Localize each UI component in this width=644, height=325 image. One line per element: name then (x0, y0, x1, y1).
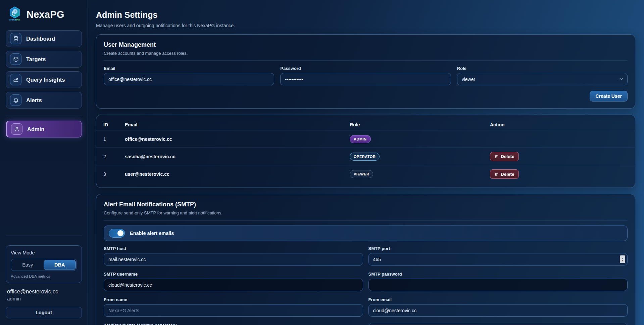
smtp-username-label: SMTP username (104, 272, 363, 277)
sidebar-item-label: Alerts (26, 97, 42, 104)
trash-icon (494, 154, 498, 159)
chevron-down-icon (619, 77, 624, 81)
user-management-card: User Management Create accounts and mana… (96, 34, 635, 109)
user-id: 1 (103, 136, 125, 142)
smtp-password-label: SMTP password (368, 272, 628, 277)
col-id: ID (103, 122, 125, 127)
smtp-card: Alert Email Notifications (SMTP) Configu… (96, 194, 635, 325)
role-badge: OPERATOR (350, 153, 380, 161)
sidebar-divider (6, 116, 82, 116)
table-row: 3 user@nesterovic.cc VIEWER Delete (96, 165, 635, 183)
password-field[interactable] (280, 73, 451, 85)
smtp-title: Alert Email Notifications (SMTP) (104, 201, 628, 208)
sidebar-item-query-insights[interactable]: Query Insights (6, 71, 82, 88)
view-mode-easy-button[interactable]: Easy (12, 260, 44, 270)
from-email-label: From email (368, 297, 628, 302)
smtp-password-field[interactable] (368, 279, 628, 291)
smtp-username-field[interactable] (104, 279, 363, 291)
smtp-host-field[interactable] (104, 253, 363, 266)
sidebar-item-label: Dashboard (26, 36, 55, 42)
sidebar-footer-divider (6, 236, 82, 236)
enable-alerts-row: Enable alert emails (104, 226, 628, 241)
main-content: Admin Settings Manage users and outgoing… (88, 0, 644, 325)
sidebar-item-label: Query Insights (26, 77, 65, 83)
view-mode-dba-button[interactable]: DBA (44, 260, 76, 270)
trash-icon (494, 172, 498, 176)
enable-alerts-toggle[interactable] (109, 229, 125, 238)
delete-user-button[interactable]: Delete (490, 169, 519, 179)
password-label: Password (280, 66, 451, 71)
user-management-title: User Management (104, 41, 628, 48)
cube-icon (10, 53, 21, 65)
user-management-subtitle: Create accounts and manage access roles. (104, 51, 628, 56)
sidebar-item-targets[interactable]: Targets (6, 51, 82, 68)
user-email: office@nesterovic.cc (125, 136, 350, 142)
table-header-row: ID Email Role Action (96, 119, 635, 130)
brand: NexaPG NexaPG (6, 6, 82, 23)
smtp-subtitle: Configure send-only SMTP for warning and… (104, 210, 628, 215)
logo-caption: NexaPG (9, 18, 20, 21)
alert-recipients-label: Alert recipients (comma-separated) (104, 323, 363, 325)
page-title: Admin Settings (96, 10, 635, 20)
col-role: Role (350, 122, 490, 127)
sidebar: NexaPG NexaPG Dashboard Targets (0, 0, 88, 325)
sidebar-item-admin[interactable]: Admin (6, 121, 82, 137)
user-email: user@nesterovic.cc (125, 171, 350, 177)
sidebar-item-alerts[interactable]: Alerts (6, 92, 82, 109)
email-field[interactable] (104, 73, 274, 85)
email-label: Email (104, 66, 274, 71)
view-mode-label: View Mode (11, 250, 77, 255)
role-badge: VIEWER (350, 170, 373, 178)
sidebar-item-label: Admin (27, 126, 44, 132)
sidebar-item-label: Targets (26, 56, 46, 63)
role-label: Role (457, 66, 628, 71)
starttls-row: Use STARTTLS (368, 323, 628, 325)
nexapg-logo-icon: NexaPG (7, 6, 22, 23)
role-badge: ADMIN (350, 135, 371, 143)
smtp-port-field[interactable] (368, 253, 628, 266)
create-user-button[interactable]: Create User (590, 91, 628, 101)
user-icon (11, 123, 22, 135)
smtp-port-label: SMTP port (368, 246, 628, 251)
enable-alerts-label: Enable alert emails (130, 231, 174, 236)
view-mode-toggle: Easy DBA (11, 259, 77, 271)
smtp-host-label: SMTP host (104, 246, 363, 251)
bell-icon (10, 94, 21, 106)
number-stepper[interactable]: ▲▼ (620, 255, 625, 263)
from-email-field[interactable] (368, 304, 628, 317)
current-user-email: office@nesterovic.cc (6, 288, 82, 295)
role-select[interactable]: viewer (457, 73, 628, 85)
delete-user-button[interactable]: Delete (490, 152, 519, 161)
from-name-field[interactable] (104, 304, 363, 317)
card-divider (104, 220, 628, 220)
view-mode-panel: View Mode Easy DBA Advanced DBA metrics (6, 245, 82, 283)
from-name-label: From name (104, 297, 363, 302)
col-action: Action (490, 122, 635, 127)
user-email: sascha@nesterovic.cc (125, 154, 350, 159)
user-id: 2 (103, 154, 125, 159)
table-row: 1 office@nesterovic.cc ADMIN (96, 130, 635, 148)
card-divider (104, 60, 628, 61)
user-id: 3 (103, 171, 125, 177)
logout-button[interactable]: Logout (6, 307, 82, 318)
page-subtitle: Manage users and outgoing notifications … (96, 23, 635, 28)
brand-name: NexaPG (27, 9, 64, 20)
view-mode-hint: Advanced DBA metrics (11, 274, 77, 278)
users-table-card: ID Email Role Action 1 office@nesterovic… (96, 115, 635, 188)
col-email: Email (125, 122, 350, 127)
sidebar-item-dashboard[interactable]: Dashboard (6, 30, 82, 47)
table-row: 2 sascha@nesterovic.cc OPERATOR Delete (96, 148, 635, 165)
current-user-role: admin (6, 296, 82, 301)
chart-icon (10, 74, 21, 85)
database-icon (10, 33, 21, 44)
